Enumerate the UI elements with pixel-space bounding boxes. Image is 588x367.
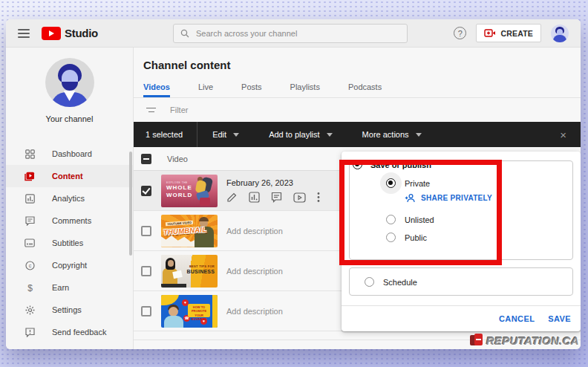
save-or-publish-label: Save or publish [370, 160, 431, 169]
dashboard-icon [24, 148, 36, 160]
copyright-icon: c [24, 259, 36, 271]
add-description-text[interactable]: Add description [226, 227, 283, 236]
video-thumbnail[interactable]: EXPLORE THEWHOLEWORLD [161, 175, 218, 207]
sidebar-item-label: Send feedback [52, 328, 106, 337]
video-date: February 26, 2023 [226, 178, 320, 187]
thumb-text: YOUR BUSINESS [192, 314, 206, 322]
panel-footer: CANCEL SAVE [342, 305, 581, 331]
schedule-radio[interactable] [365, 277, 374, 287]
tab-live[interactable]: Live [198, 78, 213, 97]
content-tabs: Videos Live Posts Playlists Podcasts [134, 78, 581, 98]
video-thumbnail[interactable]: ♥♥☎ HOW TO PROMOTEYOUR BUSINESS [161, 295, 218, 328]
row-checkbox[interactable] [141, 226, 151, 236]
video-thumbnail[interactable]: BEST TIPS FORBUSINESS [161, 255, 218, 288]
analytics-icon [24, 192, 36, 204]
more-options-icon[interactable] [317, 192, 320, 203]
chevron-down-icon [416, 133, 422, 137]
youtube-view-icon[interactable] [293, 192, 306, 203]
youtube-studio-logo[interactable]: Studio [42, 27, 98, 40]
add-to-playlist-dropdown[interactable]: Add to playlist [254, 122, 347, 147]
add-to-playlist-label: Add to playlist [269, 130, 319, 139]
sidebar-item-dashboard[interactable]: Dashboard [6, 143, 133, 165]
watermark-logo-icon [470, 334, 483, 347]
analytics-icon[interactable] [249, 192, 260, 203]
close-icon[interactable]: × [560, 129, 581, 140]
row-checkbox[interactable] [141, 306, 151, 316]
sidebar-scrollbar[interactable] [129, 152, 132, 256]
selection-action-bar: 1 selected Edit Add to playlist More act… [134, 122, 581, 147]
sidebar-item-label: Comments [52, 216, 91, 225]
search-input[interactable] [196, 29, 400, 38]
subtitles-icon [24, 237, 36, 249]
tab-videos[interactable]: Videos [143, 78, 170, 97]
cancel-button[interactable]: CANCEL [499, 314, 535, 323]
search-bar[interactable] [173, 24, 408, 43]
sidebar-item-analytics[interactable]: Analytics [6, 187, 133, 210]
page-title: Channel content [134, 48, 581, 71]
top-bar: Studio ? CREATE [6, 19, 581, 48]
feedback-icon [24, 326, 36, 338]
thumb-text: WORLD [166, 192, 192, 199]
chevron-down-icon [327, 133, 333, 137]
sidebar-item-label: Subtitles [52, 238, 83, 247]
filter-bar[interactable]: Filter [134, 98, 581, 122]
add-description-text[interactable]: Add description [226, 267, 283, 276]
sidebar-item-comments[interactable]: Comments [6, 210, 133, 232]
sidebar-item-label: Analytics [52, 194, 85, 203]
unlisted-label: Unlisted [405, 215, 434, 224]
private-radio[interactable] [386, 178, 396, 188]
video-plus-icon [484, 28, 496, 38]
public-label: Public [405, 233, 427, 242]
sidebar: Your channel Dashboard Content Analytics [6, 48, 134, 349]
public-radio[interactable] [386, 233, 396, 242]
sidebar-item-label: Settings [52, 305, 82, 314]
private-label: Private [405, 179, 430, 188]
logo-text: Studio [65, 27, 98, 39]
edit-dropdown[interactable]: Edit [197, 122, 254, 147]
sidebar-item-label: Dashboard [52, 149, 92, 158]
add-description-text[interactable]: Add description [226, 307, 283, 316]
create-button[interactable]: CREATE [476, 24, 541, 42]
channel-avatar[interactable] [45, 58, 94, 107]
filter-icon [146, 107, 156, 114]
hamburger-menu-icon[interactable] [18, 29, 30, 38]
sidebar-item-subtitles[interactable]: Subtitles [6, 232, 133, 254]
help-icon[interactable]: ? [454, 27, 466, 39]
tab-playlists[interactable]: Playlists [290, 78, 320, 97]
sidebar-menu: Dashboard Content Analytics Comments [6, 143, 133, 343]
sidebar-item-send-feedback[interactable]: Send feedback [6, 321, 133, 343]
save-button[interactable]: SAVE [548, 314, 571, 323]
account-avatar[interactable] [551, 25, 569, 42]
sidebar-item-copyright[interactable]: c Copyright [6, 254, 133, 276]
sidebar-item-earn[interactable]: $ Earn [6, 276, 133, 299]
content-icon [24, 170, 36, 182]
sidebar-item-label: Content [52, 172, 83, 181]
share-privately-link[interactable]: SHARE PRIVATELY [405, 193, 492, 203]
sidebar-item-settings[interactable]: Settings [6, 299, 133, 321]
visibility-panel: Save or publish Private SHARE PRIVATELY … [342, 152, 581, 331]
comments-icon [24, 215, 36, 227]
youtube-studio-window: Studio ? CREATE [6, 19, 581, 349]
unlisted-radio[interactable] [386, 215, 396, 224]
thumb-text: BUSINESS [187, 268, 215, 275]
edit-pencil-icon[interactable] [226, 192, 238, 203]
more-actions-dropdown[interactable]: More actions [347, 122, 437, 147]
more-actions-label: More actions [362, 130, 409, 139]
video-thumbnail[interactable]: YOUTUBE VIDEO THUMBNAIL [161, 215, 218, 247]
save-or-publish-group [349, 160, 573, 260]
filter-label: Filter [170, 105, 188, 114]
edit-label: Edit [212, 130, 226, 139]
thumb-text: YOUTUBE VIDEO [166, 220, 193, 226]
sidebar-item-content[interactable]: Content [6, 165, 133, 187]
tab-podcasts[interactable]: Podcasts [348, 78, 382, 97]
tab-posts[interactable]: Posts [241, 78, 262, 97]
comments-icon[interactable] [271, 192, 282, 203]
chevron-down-icon [233, 133, 239, 137]
share-person-icon [405, 193, 416, 203]
youtube-play-icon [42, 27, 61, 40]
save-or-publish-radio[interactable] [353, 160, 362, 169]
row-checkbox[interactable] [141, 266, 151, 276]
row-checkbox[interactable] [141, 186, 151, 196]
thumb-text: WHOLE [166, 184, 192, 192]
select-all-checkbox[interactable] [141, 154, 151, 164]
